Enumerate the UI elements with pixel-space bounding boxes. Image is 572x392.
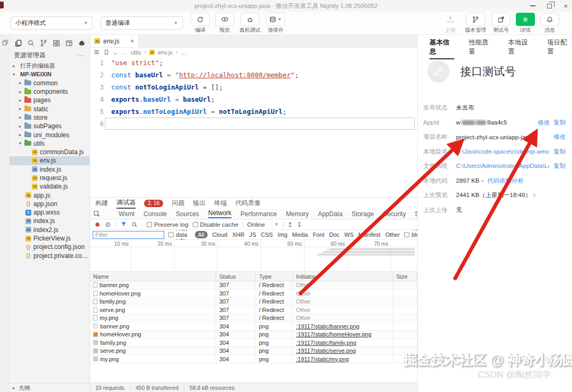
link-修改[interactable]: 修改 xyxy=(538,119,550,127)
panel-tab-构建[interactable]: 构建 xyxy=(95,199,108,208)
filter-chip-js[interactable]: JS xyxy=(249,231,256,238)
panel-tab-问题[interactable]: 问题 xyxy=(172,199,184,208)
version-control-button[interactable]: 版本管理 xyxy=(465,13,486,34)
close-button[interactable]: × xyxy=(564,3,568,10)
link-复制[interactable]: 复制 xyxy=(553,119,566,127)
minimize-button[interactable] xyxy=(530,5,535,6)
tree-item-request.js[interactable]: JSrequest.js xyxy=(10,174,90,182)
fold-hint[interactable]: ⋯ xyxy=(110,104,115,109)
compile-select[interactable]: 普通编译 ▼ xyxy=(101,16,183,30)
tree-item-env.js[interactable]: JSenv.js xyxy=(10,156,90,165)
details-tab-性能质量[interactable]: 性能质量 xyxy=(469,38,494,56)
field-value[interactable]: D:\Java\code-space\code\mp-weixin\p-w... xyxy=(456,148,549,155)
chevron-down-icon[interactable]: ∨ xyxy=(481,179,484,183)
column-header-status[interactable]: Status xyxy=(216,272,256,281)
restore-panel-icon[interactable] xyxy=(2,39,8,46)
column-header-initiator[interactable]: Initiator xyxy=(293,272,393,281)
outline-list-icon[interactable] xyxy=(93,49,100,56)
forward-arrow-icon[interactable]: → xyxy=(122,49,128,56)
network-request-row[interactable]: my.png307/ RedirectOther xyxy=(90,314,417,323)
request-initiator[interactable]: :19117/static/serve.png xyxy=(296,348,356,354)
network-request-row[interactable]: serve.png304png:19117/static/serve.png xyxy=(90,347,417,355)
filter-chip-font[interactable]: Font xyxy=(313,231,325,238)
filter-chip-other[interactable]: Other xyxy=(385,231,400,238)
tree-item-uni_modules[interactable]: ▸uni_modules xyxy=(10,130,90,139)
test-account-button[interactable]: 测试号 xyxy=(491,13,511,34)
network-request-row[interactable]: homeHover.png304png:19117/static/homeHov… xyxy=(90,331,417,339)
theme-brush-icon[interactable] xyxy=(78,39,86,47)
tree-item-components[interactable]: ▸components xyxy=(10,87,90,96)
outline-section[interactable]: ▸ 大纲 xyxy=(10,383,90,392)
filter-chip-all[interactable]: All xyxy=(195,231,208,238)
request-initiator[interactable]: :19117/static/homeHover.png xyxy=(296,331,371,337)
restore-button[interactable] xyxy=(547,4,552,8)
network-request-row[interactable]: family.png307/ RedirectOther xyxy=(90,298,417,306)
filter-chip-css[interactable]: CSS xyxy=(261,231,273,238)
link-复制[interactable]: 复制 xyxy=(553,148,566,156)
explorer-files-icon[interactable] xyxy=(14,39,22,47)
import-har-icon[interactable]: ↥ xyxy=(288,221,293,228)
chevron-down-icon[interactable]: ∨ xyxy=(533,193,536,198)
compile-button[interactable]: 编译 xyxy=(191,13,210,34)
preview-button[interactable]: 预览 xyxy=(215,13,234,34)
network-request-row[interactable]: homeHover.png307/ RedirectOther xyxy=(90,290,417,298)
export-har-icon[interactable]: ↧ xyxy=(297,221,302,228)
tree-item-index.js[interactable]: JSindex.js xyxy=(10,165,90,174)
tree-item-validate.js[interactable]: JSvalidate.js xyxy=(10,182,90,191)
preview-panel-icon[interactable] xyxy=(65,39,73,47)
column-header-size[interactable]: Size xyxy=(393,272,417,281)
column-header-name[interactable]: Name xyxy=(90,272,216,281)
filter-chip-img[interactable]: Img xyxy=(278,231,287,238)
request-initiator[interactable]: :19117/static/my.png xyxy=(296,356,349,362)
filter-chip-media[interactable]: Media xyxy=(292,231,308,238)
panel-tab-调试器[interactable]: 调试器 xyxy=(117,198,136,209)
request-initiator[interactable]: :19117/static/family.png xyxy=(296,340,356,346)
messages-button[interactable]: 消息 xyxy=(540,13,559,34)
request-initiator[interactable]: :19117/static/banner.png xyxy=(296,323,360,329)
code-editor[interactable]: 1"use strict";2const baseUrl = "http://l… xyxy=(90,57,417,166)
tree-item-index2.js[interactable]: JSindex2.js xyxy=(10,226,90,234)
network-request-row[interactable]: family.png304png:19117/static/family.png xyxy=(90,339,417,348)
preserve-log-checkbox[interactable]: Preserve log xyxy=(147,221,189,228)
mode-select[interactable]: 小程序模式 ▼ xyxy=(11,16,93,30)
devtools-tab-appdata[interactable]: AppData xyxy=(318,210,343,218)
devtools-tab-performance[interactable]: Performance xyxy=(240,210,277,218)
tree-item-index.js[interactable]: JSindex.js xyxy=(10,217,90,225)
clear-icon[interactable] xyxy=(105,221,111,228)
tree-item-MP-WEIXIN[interactable]: ▾MP-WEIXIN xyxy=(10,70,90,78)
search-icon[interactable] xyxy=(27,39,35,47)
column-header-type[interactable]: Type xyxy=(256,272,293,281)
close-tab-icon[interactable]: × xyxy=(130,38,134,45)
panel-tab-代码质量[interactable]: 代码质量 xyxy=(235,199,261,208)
network-request-row[interactable]: banner.png304png:19117/static/banner.png xyxy=(90,323,417,331)
tree-item-app.js[interactable]: JSapp.js xyxy=(10,191,90,199)
network-request-row[interactable]: my.png304png:19117/static/my.png xyxy=(90,355,417,364)
layout-grid-icon[interactable] xyxy=(52,39,60,47)
devtools-tab-console[interactable]: Console xyxy=(144,210,167,218)
tree-item-static[interactable]: ▸static xyxy=(10,104,90,113)
tree-item-commonData.js[interactable]: JScommonData.js xyxy=(10,148,90,156)
filter-chip-cloud[interactable]: Cloud xyxy=(212,231,228,238)
devtools-tab-security[interactable]: Security xyxy=(383,210,406,218)
filter-chip-xhr[interactable]: XHR xyxy=(232,231,244,238)
panel-tab-终端[interactable]: 终端 xyxy=(214,199,227,208)
editor-tab-envjs[interactable]: JS env.js × xyxy=(90,35,139,47)
details-tab-项目配置[interactable]: 项目配置 xyxy=(547,38,572,56)
network-request-row[interactable]: serve.png307/ RedirectOther xyxy=(90,306,417,315)
disable-cache-checkbox[interactable]: Disable cache xyxy=(193,221,238,228)
record-icon[interactable] xyxy=(94,221,101,228)
details-tab-本地设置[interactable]: 本地设置 xyxy=(508,38,533,56)
code-analysis-link[interactable]: 代码依赖分析 xyxy=(487,177,524,185)
devtools-tab-storage[interactable]: Storage xyxy=(352,210,374,218)
details-tab-基本信息[interactable]: 基本信息 xyxy=(430,38,454,59)
clear-cache-button[interactable]: ▼清缓存 xyxy=(266,13,285,34)
bookmark-icon[interactable] xyxy=(103,49,110,56)
details-button[interactable]: 详情 xyxy=(516,13,535,34)
device-debug-button[interactable]: 真机调试 xyxy=(239,13,261,34)
panel-tab-输出[interactable]: 输出 xyxy=(193,199,205,208)
link-复制[interactable]: 复制 xyxy=(553,162,566,170)
inspect-element-icon[interactable] xyxy=(93,210,101,218)
network-request-row[interactable]: banner.png307/ RedirectOther xyxy=(90,281,417,290)
tree-item-app.json[interactable]: {}app.json xyxy=(10,200,90,208)
tree-item-[interactable]: ▸打开的编辑器 xyxy=(10,61,90,70)
